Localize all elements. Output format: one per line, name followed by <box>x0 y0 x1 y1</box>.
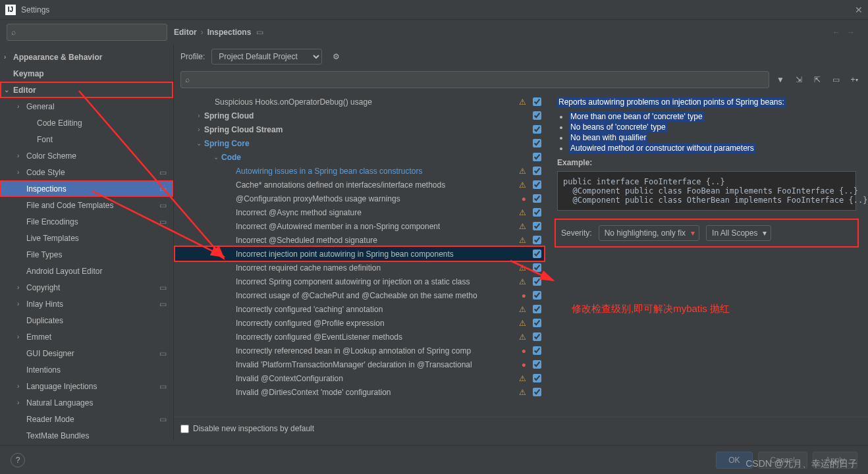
inspection-row[interactable]: Incorrectly configured @Profile expressi… <box>174 316 545 330</box>
close-icon[interactable]: ✕ <box>855 5 863 15</box>
inspection-row[interactable]: Incorrectly configured @EventListener me… <box>174 330 545 344</box>
sidebar-item[interactable]: ›Code Style▭ <box>0 164 173 180</box>
inspection-row[interactable]: Incorrectly referenced bean in @Lookup a… <box>174 344 545 357</box>
sidebar-item[interactable]: Intentions <box>0 361 173 378</box>
inspection-checkbox[interactable] <box>533 167 541 175</box>
inspection-row[interactable]: Incorrect Spring component autowiring or… <box>174 275 545 288</box>
inspection-row[interactable]: ›Spring Cloud <box>174 109 545 122</box>
sidebar-item[interactable]: Inspections▭ <box>0 180 173 197</box>
sidebar-item[interactable]: Keymap <box>0 65 173 82</box>
inspection-checkbox[interactable] <box>533 111 541 120</box>
settings-sidebar[interactable]: ›Appearance & BehaviorKeymap⌄Editor›Gene… <box>0 45 174 440</box>
expand-all-icon[interactable]: ⇲ <box>792 72 806 87</box>
warning-icon: ⚠ <box>519 388 526 397</box>
inspection-checkbox[interactable] <box>533 277 541 286</box>
sidebar-item[interactable]: File Encodings▭ <box>0 213 173 230</box>
inspection-row[interactable]: Incorrect usage of @CachePut and @Cachea… <box>174 288 545 302</box>
sidebar-item[interactable]: Android Layout Editor <box>0 263 173 279</box>
inspection-label: Incorrectly configured @EventListener me… <box>236 332 402 342</box>
chevron-icon: › <box>17 103 19 110</box>
inspection-checkbox[interactable] <box>533 346 541 355</box>
sidebar-item[interactable]: Reader Mode▭ <box>0 411 173 427</box>
sidebar-item[interactable]: Code Editing <box>0 115 173 131</box>
inspection-checkbox[interactable] <box>533 236 541 244</box>
inspection-checkbox[interactable] <box>533 153 541 161</box>
gear-icon[interactable]: ⚙ <box>329 49 343 64</box>
inspection-checkbox[interactable] <box>533 97 541 106</box>
sidebar-item[interactable]: ›General <box>0 98 173 115</box>
inspection-checkbox[interactable] <box>533 208 541 217</box>
inspection-row[interactable]: Cache* annotations defined on interfaces… <box>174 178 545 192</box>
inspection-label: Incorrect Spring component autowiring or… <box>236 277 470 286</box>
inspection-search[interactable]: ⌕ <box>180 71 769 88</box>
sidebar-item[interactable]: ›Natural Languages <box>0 394 173 411</box>
inspection-label: Incorrectly configured @Profile expressi… <box>236 319 385 328</box>
inspection-row[interactable]: Invalid @ContextConfiguration⚠ <box>174 371 545 385</box>
inspection-row[interactable]: Invalid 'PlatformTransactionManager' dec… <box>174 357 545 371</box>
back-icon[interactable]: ← <box>832 28 840 37</box>
sidebar-item[interactable]: ›Copyright▭ <box>0 279 173 296</box>
profile-select[interactable]: Project Default Project <box>211 49 322 65</box>
inspection-checkbox[interactable] <box>533 291 541 300</box>
inspection-checkbox[interactable] <box>533 319 541 327</box>
inspection-checkbox[interactable] <box>533 263 541 272</box>
severity-combo[interactable]: No highlighting, only fix <box>599 225 699 241</box>
sidebar-search[interactable]: ⌕ <box>7 24 167 41</box>
inspection-row[interactable]: Suspicious Hooks.onOperatorDebug() usage… <box>174 95 545 109</box>
inspection-checkbox[interactable] <box>533 360 541 369</box>
inspection-search-input[interactable] <box>192 75 765 84</box>
disable-checkbox[interactable] <box>180 425 189 433</box>
sidebar-item[interactable]: ›Emmet <box>0 329 173 345</box>
inspection-checkbox[interactable] <box>533 194 541 203</box>
sidebar-item[interactable]: ›Language Injections▭ <box>0 378 173 394</box>
collapse-all-icon[interactable]: ⇱ <box>810 72 825 87</box>
inspection-checkbox[interactable] <box>533 250 541 258</box>
error-icon: ● <box>522 360 526 369</box>
sidebar-item[interactable]: ›Color Scheme <box>0 147 173 164</box>
forward-icon[interactable]: → <box>847 28 855 37</box>
inspection-row[interactable]: ›Spring Cloud Stream <box>174 122 545 136</box>
sidebar-item-label: Inspections <box>26 184 67 194</box>
inspection-row[interactable]: ⌄Spring Core <box>174 136 545 150</box>
inspection-checkbox[interactable] <box>533 332 541 341</box>
sidebar-item[interactable]: TextMate Bundles <box>0 427 173 440</box>
inspection-row[interactable]: @Configuration proxyMethods usage warnin… <box>174 192 545 205</box>
inspection-row[interactable]: Incorrect @Autowired member in a non-Spr… <box>174 219 545 233</box>
add-icon[interactable]: +▾ <box>847 72 861 87</box>
inspection-checkbox[interactable] <box>533 305 541 313</box>
inspection-row[interactable]: Incorrectly configured 'caching' annotat… <box>174 302 545 316</box>
inspection-label: Incorrect @Async method signature <box>236 208 362 217</box>
inspection-row[interactable]: Autowiring issues in a Spring bean class… <box>174 164 545 178</box>
sidebar-item[interactable]: File Types <box>0 246 173 263</box>
inspection-row[interactable]: Incorrect @Scheduled method signature⚠ <box>174 233 545 247</box>
sidebar-item[interactable]: GUI Designer▭ <box>0 345 173 361</box>
example-label: Example: <box>557 158 592 167</box>
help-icon[interactable]: ? <box>11 453 25 467</box>
sidebar-item[interactable]: File and Code Templates▭ <box>0 197 173 213</box>
inspection-checkbox[interactable] <box>533 139 541 147</box>
sidebar-item[interactable]: Font <box>0 131 173 147</box>
scope-combo[interactable]: In All Scopes <box>706 225 771 241</box>
inspection-row[interactable]: Invalid @DirtiesContext 'mode' configura… <box>174 385 545 399</box>
inspection-row[interactable]: Incorrect required cache names definitio… <box>174 261 545 275</box>
disable-new-inspections[interactable]: Disable new inspections by default <box>174 417 868 440</box>
sidebar-search-input[interactable] <box>18 28 163 37</box>
inspection-checkbox[interactable] <box>533 125 541 134</box>
sidebar-item[interactable]: Duplicates <box>0 312 173 329</box>
inspection-checkbox[interactable] <box>533 222 541 230</box>
inspection-checkbox[interactable] <box>533 388 541 396</box>
sidebar-item[interactable]: ›Inlay Hints▭ <box>0 296 173 312</box>
severity-label: Severity: <box>561 228 592 238</box>
inspection-row[interactable]: Incorrect injection point autowiring in … <box>174 247 545 261</box>
inspection-checkbox[interactable] <box>533 180 541 189</box>
filter-icon[interactable]: ▼ <box>773 72 788 87</box>
sidebar-item[interactable]: Live Templates <box>0 230 173 246</box>
inspection-checkbox[interactable] <box>533 374 541 382</box>
window-title: Settings <box>21 5 49 14</box>
inspection-row[interactable]: Incorrect @Async method signature⚠ <box>174 205 545 219</box>
inspection-tree[interactable]: Suspicious Hooks.onOperatorDebug() usage… <box>174 92 545 417</box>
sidebar-item[interactable]: ⌄Editor <box>0 82 173 98</box>
inspection-row[interactable]: ⌄Code <box>174 150 545 164</box>
toggle-icon[interactable]: ▭ <box>828 72 843 87</box>
sidebar-item[interactable]: ›Appearance & Behavior <box>0 49 173 65</box>
